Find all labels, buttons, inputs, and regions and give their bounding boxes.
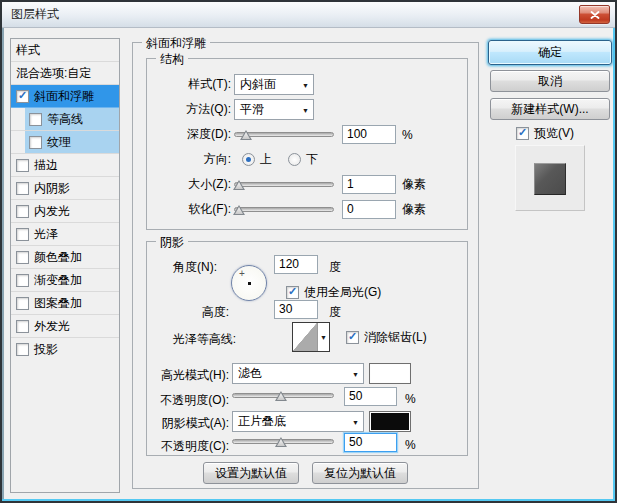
style-row: 样式(T): 内斜面 ▼ <box>147 74 467 95</box>
stroke-checkbox[interactable] <box>16 159 29 172</box>
slider-track[interactable] <box>234 207 334 212</box>
sidebar-item-inner-shadow[interactable]: 内阴影 <box>11 177 119 200</box>
size-slider[interactable] <box>234 179 334 190</box>
sidebar-item-color-overlay[interactable]: 颜色叠加 <box>11 246 119 269</box>
sidebar-item-label: 内发光 <box>34 203 70 220</box>
structure-legend: 结构 <box>156 51 188 68</box>
texture-checkbox[interactable] <box>29 136 42 149</box>
gradient-overlay-checkbox[interactable] <box>16 274 29 287</box>
chevron-down-icon: ▼ <box>302 82 309 89</box>
check-icon: ✓ <box>518 127 527 138</box>
contour-checkbox[interactable] <box>29 113 42 126</box>
highlight-opacity-slider[interactable] <box>232 390 334 401</box>
size-input[interactable]: 1 <box>342 175 396 194</box>
ok-button[interactable]: 确定 <box>488 40 612 65</box>
contour-thumbnail <box>293 323 318 351</box>
sidebar-header: 样式 <box>11 39 119 62</box>
sidebar-item-label: 等高线 <box>47 111 83 128</box>
direction-down-radio[interactable] <box>288 153 301 166</box>
soften-input[interactable]: 0 <box>342 200 396 219</box>
direction-up-radio[interactable] <box>242 153 255 166</box>
sidebar-item-label: 渐变叠加 <box>34 272 82 289</box>
antialias-row: ✓ 消除锯齿(L) <box>346 329 427 346</box>
angle-pointer-icon: + <box>239 268 245 279</box>
bevel-emboss-checkbox[interactable]: ✓ <box>16 90 29 103</box>
technique-row: 方法(Q): 平滑 ▼ <box>147 99 467 120</box>
highlight-mode-value: 滤色 <box>238 365 262 382</box>
new-style-button[interactable]: 新建样式(W)... <box>490 98 610 120</box>
highlight-color-swatch[interactable] <box>369 363 411 384</box>
titlebar[interactable]: 图层样式 <box>2 2 615 28</box>
shadow-opacity-slider[interactable] <box>232 436 334 447</box>
sidebar-item-texture[interactable]: 纹理 <box>11 131 119 154</box>
sidebar-item-contour[interactable]: 等高线 <box>11 108 119 131</box>
global-light-checkbox[interactable]: ✓ <box>286 286 299 299</box>
inner-glow-checkbox[interactable] <box>16 205 29 218</box>
window-title: 图层样式 <box>11 6 59 23</box>
technique-dropdown[interactable]: 平滑 ▼ <box>234 99 314 120</box>
angle-input[interactable]: 120 <box>274 255 318 274</box>
blending-options-label: 混合选项:自定 <box>16 65 91 82</box>
check-icon: ✓ <box>18 90 27 101</box>
soften-label: 软化(F): <box>147 201 231 218</box>
highlight-opacity-unit: % <box>405 392 416 406</box>
technique-label: 方法(Q): <box>147 101 231 118</box>
depth-slider[interactable] <box>234 129 334 140</box>
sidebar-item-outer-glow[interactable]: 外发光 <box>11 315 119 338</box>
antialias-checkbox[interactable]: ✓ <box>346 331 359 344</box>
depth-unit: % <box>402 128 413 142</box>
chevron-down-icon: ▼ <box>302 107 309 114</box>
drop-shadow-checkbox[interactable] <box>16 343 29 356</box>
preview-checkbox[interactable]: ✓ <box>516 127 529 140</box>
shadow-opacity-input[interactable]: 50 <box>344 433 397 452</box>
sidebar-item-stroke[interactable]: 描边 <box>11 154 119 177</box>
altitude-unit: 度 <box>329 304 341 321</box>
check-icon: ✓ <box>288 286 297 297</box>
pattern-overlay-checkbox[interactable] <box>16 297 29 310</box>
sidebar-item-bevel-emboss[interactable]: ✓ 斜面和浮雕 <box>11 85 119 108</box>
sidebar-item-gradient-overlay[interactable]: 渐变叠加 <box>11 269 119 292</box>
global-light-row: ✓ 使用全局光(G) <box>286 284 381 301</box>
sidebar-item-label: 纹理 <box>47 134 71 151</box>
highlight-mode-dropdown[interactable]: 滤色 ▼ <box>232 363 364 384</box>
angle-label: 角度(N): <box>147 259 217 276</box>
sidebar-item-label: 光泽 <box>34 226 58 243</box>
inner-shadow-checkbox[interactable] <box>16 182 29 195</box>
sidebar-item-drop-shadow[interactable]: 投影 <box>11 338 119 361</box>
shadow-color-swatch[interactable] <box>369 411 411 432</box>
cancel-button[interactable]: 取消 <box>490 70 610 92</box>
highlight-opacity-input[interactable]: 50 <box>344 387 397 406</box>
shadow-mode-label: 阴影模式(A): <box>147 415 229 432</box>
size-row: 大小(Z): 1 像素 <box>147 174 467 195</box>
depth-label: 深度(D): <box>147 126 231 143</box>
sidebar-item-inner-glow[interactable]: 内发光 <box>11 200 119 223</box>
depth-row: 深度(D): 100 % <box>147 124 467 145</box>
sidebar-item-pattern-overlay[interactable]: 图案叠加 <box>11 292 119 315</box>
highlight-mode-label: 高光模式(H): <box>147 367 229 384</box>
color-overlay-checkbox[interactable] <box>16 251 29 264</box>
sub-item-highlight: 纹理 <box>25 131 119 153</box>
gloss-contour-label: 光泽等高线: <box>147 331 236 348</box>
shadow-opacity-unit: % <box>405 438 416 452</box>
shadow-mode-dropdown[interactable]: 正片叠底 ▼ <box>232 411 364 432</box>
chevron-down-icon: ▼ <box>318 323 329 351</box>
panel-footer: 设置为默认值 复位为默认值 <box>133 462 478 484</box>
angle-dial[interactable]: + <box>231 265 267 301</box>
style-dropdown[interactable]: 内斜面 ▼ <box>234 74 314 95</box>
direction-label: 方向: <box>147 151 231 168</box>
soften-slider[interactable] <box>234 204 334 215</box>
depth-input[interactable]: 100 <box>342 125 396 144</box>
gloss-contour-picker[interactable]: ▼ <box>292 322 330 352</box>
sidebar-item-blending-options[interactable]: 混合选项:自定 <box>11 62 119 85</box>
antialias-label: 消除锯齿(L) <box>364 329 427 346</box>
altitude-input[interactable]: 30 <box>274 300 318 319</box>
close-button[interactable] <box>579 5 610 24</box>
reset-default-button[interactable]: 复位为默认值 <box>312 462 408 484</box>
sidebar-item-label: 斜面和浮雕 <box>34 88 94 105</box>
sidebar-item-satin[interactable]: 光泽 <box>11 223 119 246</box>
outer-glow-checkbox[interactable] <box>16 320 29 333</box>
satin-checkbox[interactable] <box>16 228 29 241</box>
set-default-button[interactable]: 设置为默认值 <box>203 462 299 484</box>
slider-track[interactable] <box>234 182 334 187</box>
angle-unit: 度 <box>329 259 341 276</box>
